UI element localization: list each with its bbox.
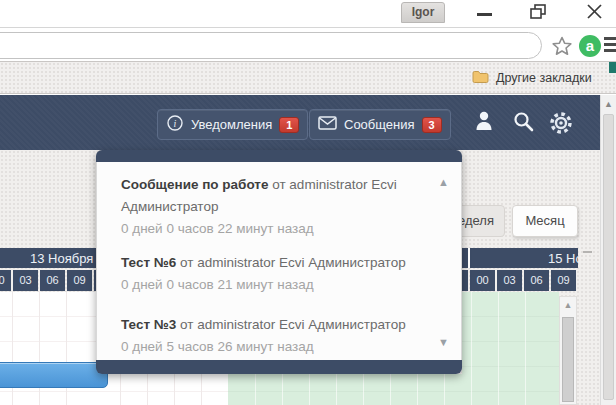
time-row-left: 00 03 06 09 [0, 270, 96, 291]
clipped-extension-fragment [609, 62, 616, 73]
message-title: Тест №6 [121, 255, 176, 270]
message-time: 0 дней 0 часов 21 минут назад [121, 274, 437, 296]
day-header-left: 13 Ноября [0, 248, 96, 268]
message-item[interactable]: Тест №6 от administrator Ecvi Администра… [121, 252, 437, 296]
browser-titlebar: Igor [0, 0, 616, 28]
page-scrollbar-thumb[interactable] [603, 114, 614, 400]
address-bar[interactable] [0, 32, 542, 59]
time-cell: 03 [497, 270, 522, 291]
folder-icon [472, 70, 489, 86]
message-time: 0 дней 5 часов 26 минут назад [121, 336, 437, 358]
grid-scrollbar[interactable]: ▲ [559, 296, 577, 405]
collapsed-element-dash [583, 251, 592, 253]
grid-scrollbar-thumb[interactable] [562, 317, 574, 402]
message-title: Тест №3 [121, 317, 176, 332]
scroll-up-icon[interactable]: ▲ [562, 300, 574, 310]
restore-window-icon[interactable] [530, 4, 548, 20]
svg-text:i: i [174, 118, 177, 129]
time-cell: 00 [470, 270, 495, 291]
day-label-right: 15 Ноября [548, 251, 578, 266]
time-cell: 03 [13, 270, 38, 291]
panel-bottom-bar [96, 360, 462, 374]
user-icon[interactable] [474, 110, 494, 136]
message-item[interactable]: Тест №3 от administrator Ecvi Администра… [121, 314, 437, 358]
close-icon[interactable] [586, 3, 603, 20]
time-cell: 06 [40, 270, 65, 291]
messages-button[interactable]: Сообщения 3 [309, 109, 451, 140]
day-divider [468, 248, 470, 268]
calendar-grid-white-mid [96, 374, 228, 405]
bookmark-star-icon[interactable] [551, 35, 573, 57]
search-icon[interactable] [512, 110, 535, 137]
browser-toolbar: a [0, 29, 616, 61]
calendar-grid-green-mid [228, 374, 462, 405]
minimize-icon[interactable] [477, 13, 492, 16]
message-title: Сообщение по работе [121, 177, 268, 192]
notifications-button[interactable]: i Уведомления 1 [157, 109, 308, 140]
notifications-label: Уведомления [191, 117, 272, 132]
gear-icon[interactable] [548, 110, 574, 140]
scroll-up-icon[interactable]: ▲ [604, 99, 613, 109]
day-header-right: 15 Ноября [462, 248, 578, 268]
calendar-grid-green-right [462, 292, 559, 405]
screen: Igor a [0, 0, 616, 405]
other-bookmarks-button[interactable]: Другие закладки [472, 68, 592, 88]
messages-label: Сообщения [344, 117, 415, 132]
info-icon: i [166, 114, 184, 136]
app-navbar: i Уведомления 1 Сообщения 3 [0, 95, 600, 150]
other-bookmarks-label: Другие закладки [496, 71, 592, 85]
time-cell: 21 [462, 270, 468, 291]
message-item[interactable]: Сообщение по работе от administrator Ecv… [121, 174, 437, 240]
month-view-button[interactable]: Месяц [512, 205, 578, 237]
envelope-icon [318, 116, 337, 134]
calendar-grid-white-left [0, 292, 96, 405]
messages-dropdown-panel: Сообщение по работе от administrator Ecv… [96, 150, 462, 374]
page-scrollbar[interactable]: ▲ [600, 95, 616, 405]
profile-button[interactable]: Igor [401, 2, 445, 23]
time-cell: 06 [524, 270, 549, 291]
notifications-badge: 1 [279, 117, 299, 133]
message-time: 0 дней 0 часов 22 минут назад [121, 218, 437, 240]
panel-scroll-up-icon[interactable]: ▲ [438, 176, 449, 188]
time-cell: 09 [551, 270, 576, 291]
bookmarks-bar: Другие закладки [0, 61, 616, 94]
day-label-left: 13 Ноября [30, 251, 93, 266]
hamburger-menu-icon[interactable] [604, 37, 616, 53]
time-row-right: 21 00 03 06 09 [462, 270, 578, 291]
time-cell: 00 [0, 270, 11, 291]
message-from: от administrator Ecvi Администратор [176, 317, 405, 332]
messages-badge: 3 [422, 117, 442, 133]
panel-scroll-down-icon[interactable]: ▼ [438, 336, 449, 348]
time-cell: 09 [67, 270, 92, 291]
panel-top-bar [96, 150, 462, 162]
extension-icon[interactable]: a [579, 35, 601, 57]
panel-body: Сообщение по работе от administrator Ecv… [96, 162, 462, 360]
calendar-event-bar[interactable] [0, 362, 108, 388]
message-from: от administrator Ecvi Администратор [176, 255, 405, 270]
